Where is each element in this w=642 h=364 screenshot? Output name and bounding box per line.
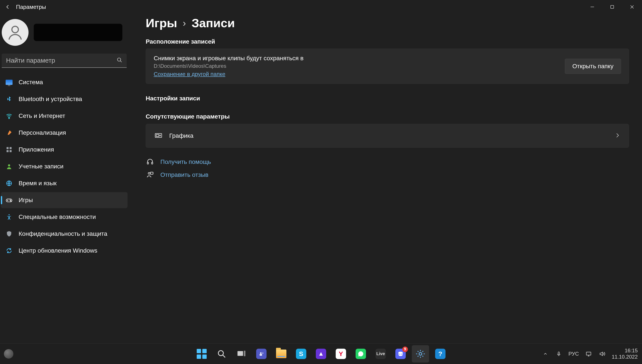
svg-point-12: [8, 164, 10, 166]
sidebar-item-label: Учетные записи: [19, 163, 64, 170]
sidebar-item-bluetooth[interactable]: Bluetooth и устройства: [1, 91, 128, 107]
taskbar-search-button[interactable]: [213, 345, 230, 362]
maximize-button[interactable]: [602, 0, 622, 14]
sidebar-item-label: Центр обновления Windows: [19, 247, 97, 254]
volume-tray-icon[interactable]: [598, 350, 606, 358]
section-title-recording: Настройки записи: [146, 95, 629, 102]
svg-rect-22: [151, 162, 153, 164]
change-folder-link[interactable]: Сохранение в другой папке: [154, 71, 226, 78]
taskbar-teams[interactable]: [253, 345, 270, 362]
caption-buttons: [582, 0, 642, 14]
network-tray-icon[interactable]: [585, 350, 592, 358]
section-title-related: Сопутствующие параметры: [146, 113, 629, 120]
feedback-icon: [146, 170, 154, 179]
notification-badge: 9: [402, 346, 408, 352]
taskbar: S Y Live 9 ? РУС 16:15 11: [0, 343, 642, 364]
main-content: Игры › Записи Расположение записей Снимк…: [130, 14, 642, 343]
sidebar-item-time-language[interactable]: Время и язык: [1, 175, 128, 191]
svg-point-15: [10, 200, 11, 200]
alice-icon: [316, 349, 326, 359]
back-button[interactable]: [3, 2, 13, 12]
live-icon: Live: [375, 349, 386, 359]
sidebar-item-gaming[interactable]: Игры: [1, 192, 128, 208]
svg-rect-1: [611, 6, 614, 8]
svg-point-5: [117, 58, 121, 61]
tray-clock[interactable]: 16:15 11.10.2022: [612, 348, 638, 360]
microphone-icon[interactable]: [555, 350, 562, 358]
give-feedback-label: Отправить отзыв: [160, 172, 208, 178]
task-view-button[interactable]: [233, 345, 250, 362]
taskbar-whatsapp[interactable]: [352, 345, 369, 362]
svg-point-33: [401, 354, 402, 354]
sidebar-item-apps[interactable]: Приложения: [1, 142, 128, 158]
svg-rect-8: [7, 147, 9, 149]
svg-rect-36: [586, 352, 591, 355]
display-card-icon: [155, 132, 162, 140]
svg-point-17: [9, 214, 10, 216]
sidebar-item-label: Специальные возможности: [19, 214, 96, 220]
taskbar-get-help[interactable]: ?: [432, 345, 449, 362]
taskbar-yandex-browser[interactable]: Y: [332, 345, 349, 362]
sidebar-item-personalization[interactable]: Персонализация: [1, 125, 128, 141]
file-explorer-icon: [276, 349, 286, 359]
user-account-block[interactable]: [1, 17, 128, 52]
gamepad-icon: [5, 196, 13, 204]
whatsapp-icon: [356, 349, 366, 359]
svg-rect-11: [10, 150, 12, 152]
svg-rect-10: [7, 150, 9, 152]
svg-point-31: [262, 352, 264, 354]
sidebar-item-privacy[interactable]: Конфиденциальность и защита: [1, 226, 128, 242]
tray-language[interactable]: РУС: [568, 351, 579, 357]
taskbar-file-explorer[interactable]: [273, 345, 290, 362]
start-icon: [196, 349, 207, 359]
svg-rect-30: [260, 354, 262, 356]
title-bar: Параметры: [0, 0, 642, 14]
yandex-browser-icon: Y: [336, 349, 346, 359]
open-folder-button[interactable]: Открыть папку: [565, 59, 621, 74]
close-icon: [630, 5, 634, 9]
help-links: Получить помощь Отправить отзыв: [146, 158, 629, 179]
taskbar-discord[interactable]: 9: [392, 345, 409, 362]
sidebar: Система Bluetooth и устройства Сеть и Ин…: [0, 14, 130, 343]
start-button[interactable]: [193, 345, 210, 362]
sidebar-item-label: Игры: [19, 197, 33, 204]
taskbar-live[interactable]: Live: [372, 345, 389, 362]
update-icon: [5, 247, 13, 254]
sidebar-item-network[interactable]: Сеть и Интернет: [1, 108, 128, 124]
taskbar-weather[interactable]: [0, 349, 17, 358]
tray-overflow-button[interactable]: [542, 350, 549, 358]
svg-line-26: [223, 355, 225, 358]
taskview-icon: [236, 349, 247, 359]
sidebar-nav: Система Bluetooth и устройства Сеть и Ин…: [1, 74, 128, 259]
breadcrumb-parent[interactable]: Игры: [146, 16, 177, 30]
sidebar-item-label: Bluetooth и устройства: [19, 96, 82, 102]
taskbar-settings-app[interactable]: [412, 345, 429, 362]
person-icon: [5, 162, 13, 170]
svg-rect-24: [150, 172, 153, 174]
svg-rect-28: [244, 350, 245, 356]
sidebar-item-system[interactable]: Система: [1, 74, 128, 90]
bluetooth-icon: [5, 95, 13, 103]
system-tray: РУС 16:15 11.10.2022: [542, 348, 642, 360]
graphics-settings-row[interactable]: Графика: [146, 124, 629, 148]
search-input[interactable]: [6, 57, 117, 64]
get-help-link[interactable]: Получить помощь: [146, 158, 629, 166]
give-feedback-link[interactable]: Отправить отзыв: [146, 170, 629, 179]
taskbar-skype[interactable]: S: [292, 345, 310, 362]
svg-point-16: [11, 201, 11, 202]
shield-icon: [5, 230, 13, 238]
svg-point-29: [260, 352, 262, 354]
back-arrow-icon: [5, 4, 10, 10]
sidebar-item-windows-update[interactable]: Центр обновления Windows: [1, 243, 128, 259]
maximize-icon: [610, 5, 614, 9]
sidebar-item-accessibility[interactable]: Специальные возможности: [1, 209, 128, 225]
sidebar-item-accounts[interactable]: Учетные записи: [1, 158, 128, 174]
sidebar-item-label: Сеть и Интернет: [19, 112, 65, 120]
weather-icon: [4, 349, 14, 358]
taskbar-center: S Y Live 9 ?: [193, 345, 449, 362]
search-box[interactable]: [2, 54, 127, 68]
taskbar-alice[interactable]: [312, 345, 330, 362]
minimize-button[interactable]: [582, 0, 602, 14]
close-button[interactable]: [622, 0, 642, 14]
capture-location-path: D:\Documents\Videos\Captures: [154, 63, 565, 69]
